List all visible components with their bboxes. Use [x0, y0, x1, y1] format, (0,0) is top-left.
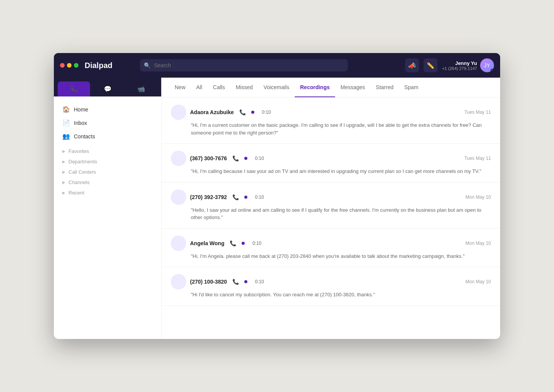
- play-dot: [244, 157, 247, 160]
- recording-transcript: "Hi, I'm calling because I saw your ad o…: [191, 168, 491, 175]
- audio-duration: 0:10: [252, 241, 261, 246]
- close-button[interactable]: [60, 63, 65, 68]
- search-icon: 🔍: [144, 62, 150, 68]
- recording-transcript: "Hi, I'm Angela. please call me back at …: [191, 252, 491, 260]
- user-text: Jenny Yu +1 (264) 279-1147: [442, 60, 477, 71]
- sidebar-item-channels[interactable]: ▶ Channels: [58, 177, 157, 188]
- recording-date: Mon May 10: [466, 241, 491, 246]
- recording-row-top-left: (270) 100-3820 📞 0:10: [171, 274, 264, 289]
- caller-avatar: [171, 105, 186, 120]
- chevron-icon: ▶: [62, 170, 65, 174]
- recording-item[interactable]: Angela Wong 📞 0:10 Mon May 10 "Hi, I'm A…: [162, 229, 500, 267]
- caller-avatar: [171, 189, 186, 205]
- phone-icon: 📞: [232, 279, 239, 285]
- tab-messages[interactable]: Messages: [335, 78, 370, 97]
- inbox-label: Inbox: [74, 120, 87, 126]
- sidebar-tabs: 📞 💬 📹: [54, 78, 161, 96]
- recording-date: Mon May 10: [466, 194, 491, 200]
- chevron-icon: ▶: [62, 191, 65, 195]
- recording-row-top-left: (367) 300-7676 📞 0:10: [171, 151, 264, 166]
- audio-player[interactable]: 0:10: [244, 194, 264, 200]
- phone-icon: 📞: [230, 240, 236, 246]
- contacts-label: Contacts: [74, 133, 95, 140]
- caller-name: Angela Wong: [190, 240, 224, 246]
- recording-item[interactable]: (270) 100-3820 📞 0:10 Mon May 10 "Hi I'd…: [162, 267, 500, 306]
- audio-duration: 0:10: [255, 279, 264, 284]
- audio-player[interactable]: 0:10: [244, 279, 264, 284]
- play-dot: [251, 111, 254, 114]
- audio-player[interactable]: 0:10: [242, 241, 261, 246]
- chevron-icon: ▶: [62, 149, 65, 153]
- recording-item[interactable]: (270) 392-3792 📞 0:10 Mon May 10 "Hello,…: [162, 183, 500, 229]
- recording-row-top: Angela Wong 📞 0:10 Mon May 10: [171, 236, 491, 251]
- phone-icon: 📞: [239, 109, 246, 115]
- channels-label: Channels: [68, 179, 90, 185]
- play-dot: [244, 280, 247, 283]
- tab-missed[interactable]: Missed: [230, 78, 258, 97]
- play-dot: [242, 242, 245, 245]
- caller-name: Adaora Azubuike: [190, 109, 234, 115]
- traffic-lights: [60, 63, 78, 68]
- recording-row-top: Adaora Azubuike 📞 0:10 Tues May 11: [171, 105, 491, 120]
- recording-row-top-left: (270) 392-3792 📞 0:10: [171, 189, 264, 205]
- video-tab-icon: 📹: [137, 85, 145, 93]
- user-phone: +1 (264) 279-1147: [442, 66, 477, 71]
- sidebar-tab-messages[interactable]: 💬: [92, 81, 124, 96]
- tab-starred[interactable]: Starred: [370, 78, 399, 97]
- nav-sections: ▶ Favorites ▶ Departments ▶ Call Centers…: [58, 146, 157, 198]
- avatar[interactable]: JY: [480, 58, 494, 72]
- audio-duration: 0:10: [255, 194, 264, 200]
- tab-spam[interactable]: Spam: [399, 78, 424, 97]
- sidebar-item-call-centers[interactable]: ▶ Call Centers: [58, 167, 157, 177]
- tab-all[interactable]: All: [191, 78, 208, 97]
- recording-item[interactable]: (367) 300-7676 📞 0:10 Tues May 11 "Hi, I…: [162, 144, 500, 183]
- tab-recordings[interactable]: Recordings: [295, 78, 335, 97]
- play-dot: [244, 196, 247, 199]
- message-tab-icon: 💬: [104, 85, 112, 93]
- sidebar-tab-video[interactable]: 📹: [125, 81, 157, 96]
- caller-name: (367) 300-7676: [190, 155, 227, 161]
- recording-row-top: (367) 300-7676 📞 0:10 Tues May 11: [171, 151, 491, 166]
- recording-date: Tues May 11: [464, 156, 491, 161]
- sidebar-item-home[interactable]: 🏠 Home: [58, 103, 157, 116]
- sidebar-item-inbox[interactable]: 📄 Inbox: [58, 116, 157, 130]
- recording-transcript: "Hi, I'm a current customer on the basic…: [191, 121, 491, 136]
- recording-row-top-left: Adaora Azubuike 📞 0:10: [171, 105, 271, 120]
- tab-calls[interactable]: Calls: [208, 78, 230, 97]
- audio-player[interactable]: 0:10: [244, 156, 264, 161]
- sidebar-item-favorites[interactable]: ▶ Favorites: [58, 146, 157, 156]
- maximize-button[interactable]: [74, 63, 78, 68]
- caller-avatar: [171, 236, 186, 251]
- sidebar-item-contacts[interactable]: 👥 Contacts: [58, 130, 157, 143]
- sidebar-item-recent[interactable]: ▶ Recent: [58, 188, 157, 198]
- phone-icon: 📞: [232, 194, 239, 200]
- main-layout: 📞 💬 📹 🏠 Home 📄 Inbox: [54, 78, 500, 339]
- caller-name: (270) 100-3820: [190, 279, 227, 285]
- home-icon: 🏠: [62, 106, 70, 113]
- search-input[interactable]: [140, 59, 348, 71]
- favorites-label: Favorites: [68, 148, 89, 154]
- minimize-button[interactable]: [67, 63, 72, 68]
- audio-duration: 0:10: [255, 156, 264, 161]
- sidebar-tab-calls[interactable]: 📞: [58, 81, 90, 96]
- departments-label: Departments: [68, 159, 97, 164]
- recording-row-top-left: Angela Wong 📞 0:10: [171, 236, 262, 251]
- sidebar-nav: 🏠 Home 📄 Inbox 👥 Contacts ▶ Favorites: [54, 96, 161, 339]
- search-bar: 🔍: [140, 59, 348, 71]
- chevron-icon: ▶: [62, 180, 65, 184]
- recent-label: Recent: [68, 190, 84, 196]
- caller-name: (270) 392-3792: [190, 194, 227, 200]
- audio-player[interactable]: 0:10: [251, 110, 271, 115]
- tab-voicemails[interactable]: Voicemails: [258, 78, 295, 97]
- recording-date: Mon May 10: [466, 279, 491, 284]
- notification-button[interactable]: 📣: [405, 58, 419, 72]
- content-area: New All Calls Missed Voicemails Recordin…: [162, 78, 500, 339]
- sidebar-item-departments[interactable]: ▶ Departments: [58, 156, 157, 167]
- compose-button[interactable]: ✏️: [424, 58, 437, 72]
- tab-new[interactable]: New: [169, 78, 191, 97]
- recording-item[interactable]: Adaora Azubuike 📞 0:10 Tues May 11 "Hi, …: [162, 98, 500, 144]
- inbox-icon: 📄: [62, 119, 70, 126]
- recording-row-top: (270) 392-3792 📞 0:10 Mon May 10: [171, 189, 491, 205]
- caller-avatar: [171, 151, 186, 166]
- audio-duration: 0:10: [262, 110, 271, 115]
